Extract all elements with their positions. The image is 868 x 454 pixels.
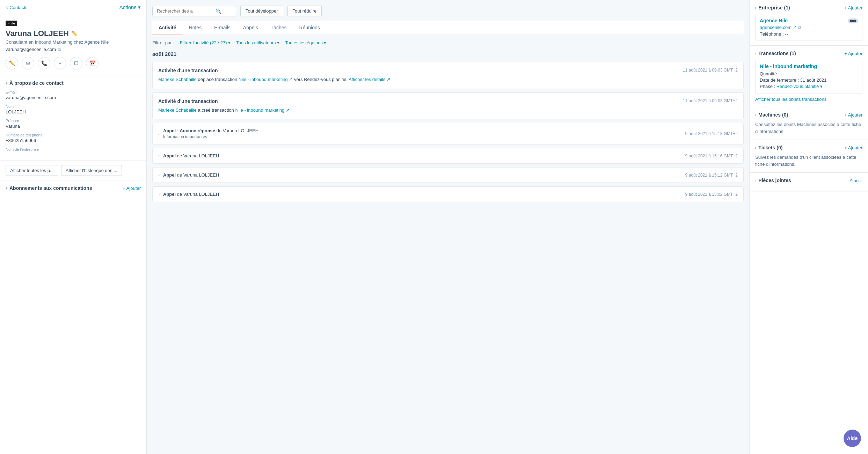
transactions-chevron-icon[interactable]: › (755, 52, 756, 55)
contact-email: varuna@agencenile.com (6, 47, 56, 52)
activity-card-2-body: Marieke Schabaille a créé transaction Ni… (158, 107, 738, 114)
calendar-action-button[interactable]: 📅 (86, 57, 99, 69)
filter-teams-link[interactable]: Toutes les équipes ▾ (285, 40, 326, 45)
tickets-chevron-icon[interactable]: › (755, 146, 756, 150)
afficher-details-link-1[interactable]: Afficher les détails ↗ (349, 77, 391, 82)
activity-row-5-title: Appel (163, 172, 176, 178)
sidebar-header: < Contacts Actions ▾ (0, 0, 146, 15)
right-panel: › Entreprise (1) + Ajouter Agence Nile ■… (749, 0, 868, 454)
add-machine-link[interactable]: + Ajouter (844, 112, 862, 118)
tab-reunions[interactable]: Réunions (293, 21, 326, 35)
copy-url-icon[interactable]: ⧉ (798, 25, 801, 30)
email-value: varuna@agencenile.com (6, 95, 141, 100)
edit-contact-icon[interactable]: ✏️ (72, 31, 78, 36)
nile-inbound-link-2[interactable]: Nile - inbound marketing ↗ (235, 107, 290, 113)
entreprise-chevron-icon[interactable]: › (755, 6, 756, 10)
activity-card-2-date: 11 août 2021 à 09:03 GMT+2 (683, 98, 738, 103)
marieke-link-2[interactable]: Marieke Schabaille (158, 107, 197, 113)
expand-row-4-icon[interactable]: › (158, 154, 160, 158)
transaction-quantite: Quantité : -- (760, 71, 858, 76)
activity-row-4: › Appel de Varuna LOLJEEH 9 août 2021 à … (152, 148, 744, 164)
search-box: 🔍 (152, 6, 236, 16)
activity-row-6-title: Appel (163, 192, 176, 197)
edit-action-button[interactable]: ✏️ (6, 57, 18, 69)
subscriptions-header: ▾ Abonnements aux communications + Ajout… (6, 185, 141, 191)
copy-email-icon[interactable]: ⧉ (58, 47, 61, 52)
contact-name-row: Varuna LOLJEEH ✏️ (6, 29, 141, 38)
machines-chevron-icon[interactable]: › (755, 113, 756, 117)
help-button[interactable]: Aide (844, 430, 861, 447)
company-url-row: agencenile.com ↗ ⧉ (760, 25, 858, 30)
show-all-properties-button[interactable]: Afficher toutes les p... (6, 165, 58, 176)
expand-row-3-icon[interactable]: › (158, 131, 160, 136)
main-content: 🔍 Tout développer Tout réduire Activité … (147, 0, 749, 454)
activity-body-text-2: vers Rendez-vous planifié. (294, 77, 349, 82)
company-phone: Téléphone : -- (760, 31, 858, 37)
company-url-link[interactable]: agencenile.com ↗ (760, 25, 797, 30)
tab-notes[interactable]: Notes (183, 21, 208, 35)
tab-emails[interactable]: E-mails (208, 21, 237, 35)
search-icon: 🔍 (216, 8, 221, 14)
nile-inbound-link-1[interactable]: Nile - inbound marketing ↗ (239, 77, 293, 82)
activity-row-6-suffix: de Varuna LOLJEEH (177, 192, 219, 197)
activity-row-3-title: Appel - Aucune réponse (163, 128, 215, 133)
subscriptions-section: ▾ Abonnements aux communications + Ajout… (0, 180, 146, 196)
tickets-empty-text: Suivez les demandes d'un client associée… (755, 154, 862, 168)
activity-row-6: › Appel de Varuna LOLJEEH 9 août 2021 à … (152, 186, 744, 202)
activity-row-3-text: Appel - Aucune réponse de Varuna LOLJEEH (163, 128, 258, 133)
tab-appels[interactable]: Appels (237, 21, 264, 35)
transaction-phase-link[interactable]: Rendez-vous planifié ▾ (776, 84, 823, 89)
tab-activite[interactable]: Activité (152, 21, 183, 35)
add-ticket-link[interactable]: + Ajouter (844, 145, 862, 150)
prenom-field-row: Prénom Varuna (6, 119, 141, 129)
filter-activity-link[interactable]: Filtrer l'activité (22 / 27) ▾ (180, 40, 231, 45)
activity-row-6-text: Appel de Varuna LOLJEEH (163, 192, 219, 197)
filter-row: Filtrer par : Filtrer l'activité (22 / 2… (152, 40, 744, 45)
activity-card-1-date: 11 août 2021 à 09:03 GMT+2 (683, 68, 738, 73)
expand-row-5-icon[interactable]: › (158, 173, 160, 178)
machines-section-header: › Machines (0) + Ajouter (755, 112, 862, 118)
activity-body-text-3: a créé transaction (198, 107, 235, 113)
email-field-row: E-mail varuna@agencenile.com (6, 90, 141, 100)
activity-row-4-text: Appel de Varuna LOLJEEH (163, 153, 219, 158)
task-action-button[interactable]: ☐ (70, 57, 82, 69)
view-all-transactions-link[interactable]: Afficher tous les objets transactions (755, 97, 862, 102)
email-action-button[interactable]: ✉ (22, 57, 34, 69)
back-to-contacts-link[interactable]: < Contacts (6, 5, 28, 10)
entreprise-section-title: › Entreprise (1) (755, 5, 790, 10)
marieke-link-1[interactable]: Marieke Schabaille (158, 77, 197, 82)
collapse-all-button[interactable]: Tout réduire (287, 6, 322, 16)
add-entreprise-link[interactable]: + Ajouter (844, 5, 862, 10)
month-label: août 2021 (152, 51, 744, 57)
activity-row-4-date: 9 août 2021 à 15:16 GMT+2 (685, 154, 738, 158)
about-section-header[interactable]: ▾ À propos de ce contact (6, 80, 141, 86)
pieces-jointes-chevron-icon[interactable]: › (755, 179, 756, 183)
expand-row-6-icon[interactable]: › (158, 192, 160, 197)
add-subscription-link[interactable]: + Ajouter (123, 186, 141, 191)
add-piece-jointe-link[interactable]: Ajou... (849, 178, 862, 183)
search-toolbar: 🔍 Tout développer Tout réduire (152, 6, 744, 16)
activity-row-3-left: › Appel - Aucune réponse de Varuna LOLJE… (158, 128, 258, 139)
add-action-button[interactable]: + (54, 57, 66, 69)
nom-label: Nom (6, 104, 141, 109)
actions-button[interactable]: Actions ▾ (119, 4, 141, 10)
transaction-phase: Phase : Rendez-vous planifié ▾ (760, 84, 858, 89)
search-input[interactable] (157, 8, 213, 14)
activity-row-3-date: 9 août 2021 à 15:18 GMT+2 (685, 131, 738, 136)
expand-all-button[interactable]: Tout développer (240, 6, 283, 16)
tab-taches[interactable]: Tâches (264, 21, 293, 35)
add-transaction-link[interactable]: + Ajouter (844, 51, 862, 56)
filter-users-link[interactable]: Tous les utilisateurs ▾ (236, 40, 279, 45)
activity-row-5-suffix: de Varuna LOLJEEH (177, 172, 219, 178)
call-action-button[interactable]: 📞 (38, 57, 50, 69)
transaction-name-link[interactable]: Nile - inbound marketing (760, 64, 858, 69)
activity-row-5: › Appel de Varuna LOLJEEH 9 août 2021 à … (152, 167, 744, 183)
entreprise-card: Agence Nile ■■■ agencenile.com ↗ ⧉ Télép… (755, 14, 862, 40)
show-history-button[interactable]: Afficher l'historique des ... (61, 165, 122, 176)
transactions-section: › Transactions (1) + Ajouter Nile - inbo… (750, 46, 868, 107)
left-sidebar: < Contacts Actions ▾ ≡nile Varuna LOLJEE… (0, 0, 147, 454)
phone-value: +33625156066 (6, 138, 141, 143)
company-name-link[interactable]: Agence Nile (760, 18, 788, 23)
company-name-field-row: Nom de l'entreprise (6, 147, 141, 151)
company-name-label: Nom de l'entreprise (6, 147, 141, 151)
